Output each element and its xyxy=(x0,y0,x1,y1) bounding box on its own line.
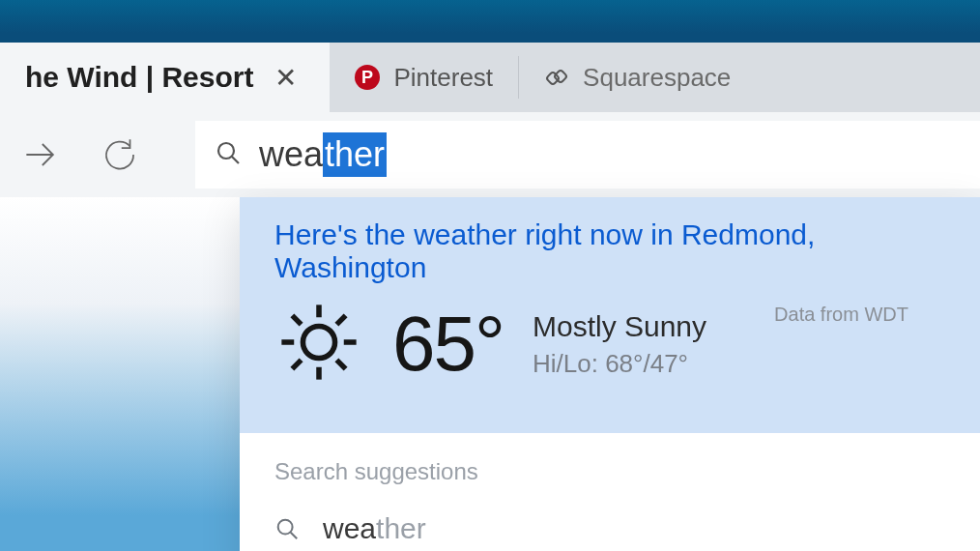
weather-answer-card[interactable]: Here's the weather right now in Redmond,… xyxy=(240,197,980,433)
address-typed-text: wea xyxy=(259,134,323,175)
tab-squarespace[interactable]: Squarespace xyxy=(519,43,756,112)
tab-strip: he Wind | Resort ✕ P Pinterest Squarespa… xyxy=(0,43,980,112)
svg-line-12 xyxy=(336,360,345,368)
page-content-background xyxy=(0,197,240,551)
weather-condition: Mostly Sunny xyxy=(533,310,706,343)
svg-point-15 xyxy=(278,520,293,535)
tab-title: Squarespace xyxy=(583,63,731,93)
address-autocomplete-text: ther xyxy=(323,132,387,177)
svg-line-11 xyxy=(292,315,301,324)
close-icon[interactable]: ✕ xyxy=(267,58,304,98)
svg-line-16 xyxy=(291,533,298,539)
svg-line-5 xyxy=(232,157,239,163)
weather-hilo: Hi/Lo: 68°/47° xyxy=(533,349,706,379)
suggestion-item[interactable]: weather xyxy=(274,512,945,545)
weather-attribution: Data from WDT xyxy=(774,304,908,326)
weather-headline: Here's the weather right now in Redmond,… xyxy=(274,218,945,284)
tab-title: Pinterest xyxy=(393,63,493,93)
refresh-button[interactable] xyxy=(97,131,143,178)
svg-line-13 xyxy=(336,315,345,324)
tab-active[interactable]: he Wind | Resort ✕ xyxy=(0,43,330,112)
tab-pinterest[interactable]: P Pinterest xyxy=(330,43,518,112)
sun-icon xyxy=(274,298,363,391)
suggestion-typed: wea xyxy=(323,512,376,544)
svg-line-14 xyxy=(292,360,301,368)
tab-title: he Wind | Resort xyxy=(25,61,253,94)
address-suggestions-dropdown: Here's the weather right now in Redmond,… xyxy=(240,197,980,551)
pinterest-icon: P xyxy=(355,65,380,90)
weather-temperature: 65° xyxy=(392,300,504,389)
nav-toolbar: weather xyxy=(0,112,980,197)
svg-text:P: P xyxy=(361,68,373,87)
suggestion-completion: ther xyxy=(376,512,426,544)
address-bar[interactable]: weather xyxy=(195,121,980,188)
squarespace-icon xyxy=(544,65,569,90)
suggestions-header: Search suggestions xyxy=(274,458,945,485)
svg-point-6 xyxy=(303,326,334,358)
search-suggestions-section: Search suggestions weather xyxy=(240,433,980,551)
search-icon xyxy=(274,516,300,541)
weather-body: 65° Mostly Sunny Hi/Lo: 68°/47° Data fro… xyxy=(274,298,945,391)
search-icon xyxy=(215,139,242,170)
svg-point-4 xyxy=(218,143,234,159)
address-input[interactable]: weather xyxy=(259,132,387,177)
forward-button[interactable] xyxy=(17,131,64,178)
